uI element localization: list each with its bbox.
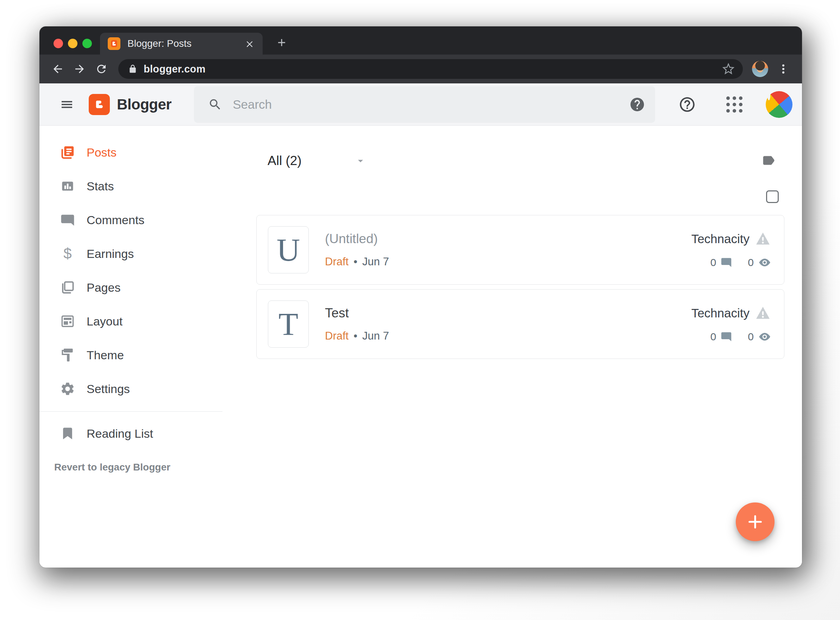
post-card-test[interactable]: T Test Draft • Jun 7 Tech [256,289,784,359]
search-help-icon[interactable] [629,96,645,113]
filter-row: All (2) [256,151,784,171]
new-post-fab[interactable] [736,503,775,541]
settings-icon [59,381,76,397]
post-counts: 0 0 [710,256,771,269]
sidebar-item-settings[interactable]: Settings [39,372,223,406]
google-apps-icon[interactable] [726,96,742,113]
close-window-button[interactable] [54,39,63,48]
sidebar-item-stats[interactable]: Stats [39,169,223,203]
layout-icon [59,313,76,330]
tab-close-icon[interactable] [244,38,255,49]
thumbnail-letter: U [277,231,300,268]
post-side-info: Technacity 0 0 [691,305,771,343]
meta-separator: • [353,330,357,342]
sidebar-item-label: Pages [87,281,121,295]
blogger-logo[interactable] [89,94,110,115]
hamburger-menu-icon[interactable] [59,97,75,112]
sidebar-item-label: Posts [87,146,116,160]
view-count: 0 [748,331,754,343]
post-info: Test Draft • Jun 7 [325,306,389,342]
sidebar-item-label: Earnings [87,247,134,261]
sidebar-item-pages[interactable]: Pages [39,271,223,304]
comments-icon [59,211,76,228]
post-side-info: Technacity 0 0 [691,230,771,269]
browser-tab[interactable]: Blogger: Posts [100,33,262,54]
bookmark-star-icon[interactable] [722,63,734,75]
sidebar-item-label: Layout [87,315,122,328]
post-card-untitled[interactable]: U (Untitled) Draft • Jun 7 [256,215,784,284]
minimize-window-button[interactable] [68,39,77,48]
labels-icon[interactable] [760,153,777,169]
new-tab-button[interactable] [274,35,290,50]
sidebar-item-layout[interactable]: Layout [39,304,223,338]
post-status-badge: Draft [325,330,348,342]
tab-title: Blogger: Posts [127,38,244,49]
thumbnail-letter: T [279,305,298,343]
desktop-background: Blogger: Posts [0,0,840,620]
sidebar-item-label: Theme [87,348,124,362]
post-counts: 0 0 [710,330,771,343]
views-eye-icon [758,256,771,269]
account-avatar[interactable] [766,91,792,118]
warning-icon [754,305,771,322]
select-row [256,190,784,203]
filter-label: All (2) [268,153,302,168]
post-title[interactable]: (Untitled) [325,232,389,246]
comment-icon [720,256,732,268]
sidebar-divider [39,411,223,412]
url-text: blogger.com [144,63,206,75]
app-name: Blogger [117,96,172,113]
blog-name: Technacity [691,306,750,320]
browser-window: Blogger: Posts [39,26,802,567]
sidebar-item-theme[interactable]: Theme [39,338,223,372]
sidebar-item-label: Comments [87,213,144,227]
select-all-checkbox[interactable] [766,190,779,203]
sidebar-item-earnings[interactable]: $ Earnings [39,237,223,271]
page-content: Posts Stats Comments $ Earnings [39,126,802,567]
comment-icon [720,331,732,343]
revert-legacy-link[interactable]: Revert to legacy Blogger [54,462,223,473]
help-icon[interactable] [679,96,696,113]
comment-count: 0 [710,331,716,343]
view-count: 0 [748,256,754,268]
sidebar-item-label: Stats [87,179,114,193]
search-input[interactable]: Search [194,86,655,123]
stats-icon [59,178,76,194]
search-icon [208,98,222,111]
sidebar-item-posts[interactable]: Posts [39,135,223,169]
lock-icon [128,65,137,74]
blog-name: Technacity [691,232,750,246]
sidebar-item-label: Settings [87,382,130,396]
blogger-header: Blogger Search [39,83,802,126]
sidebar-item-comments[interactable]: Comments [39,203,223,237]
warning-icon [754,230,771,247]
forward-icon[interactable] [72,61,87,77]
browser-profile-avatar[interactable] [752,61,768,77]
browser-menu-icon[interactable] [777,63,789,75]
reload-icon[interactable] [94,61,109,77]
earnings-icon: $ [59,245,76,262]
blog-row: Technacity [691,305,771,322]
post-info: (Untitled) Draft • Jun 7 [325,232,389,268]
post-title[interactable]: Test [325,306,389,321]
pages-icon [59,279,76,296]
avatar-photo [768,92,770,100]
posts-icon [59,144,76,161]
sidebar-item-label: Reading List [87,427,153,441]
post-meta: Draft • Jun 7 [325,330,389,342]
browser-titlebar: Blogger: Posts [39,26,802,54]
browser-toolbar: blogger.com [39,54,802,83]
reading-list-icon [59,425,76,442]
blog-row: Technacity [691,230,771,247]
theme-icon [59,347,76,364]
sidebar-item-reading-list[interactable]: Reading List [39,417,223,450]
url-bar[interactable]: blogger.com [118,59,743,79]
traffic-lights [54,39,92,48]
post-date: Jun 7 [362,330,389,342]
fullscreen-window-button[interactable] [82,39,92,48]
posts-filter-dropdown[interactable]: All (2) [268,153,366,168]
back-icon[interactable] [50,61,65,77]
post-status-badge: Draft [325,256,348,268]
posts-panel: All (2) U [223,126,802,567]
views-eye-icon [758,330,771,343]
